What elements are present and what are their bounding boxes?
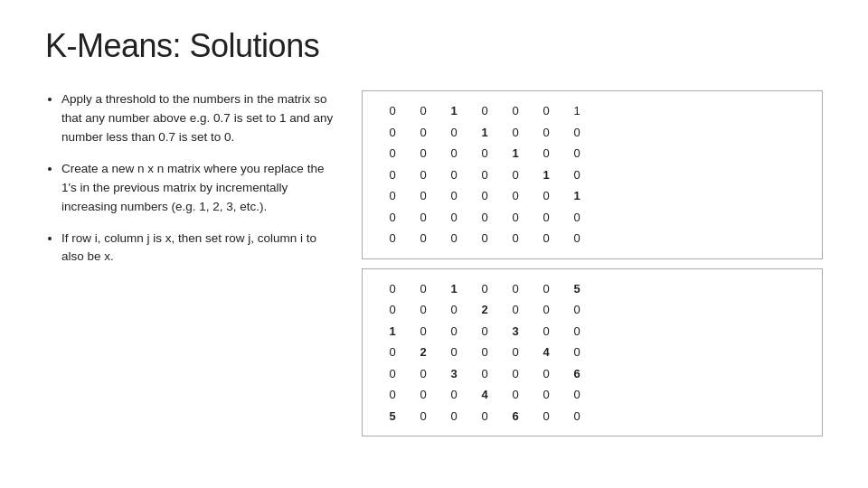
matrix-cell: 5 xyxy=(377,406,408,427)
matrix-cell: 0 xyxy=(500,122,531,144)
table-row: 0000000 xyxy=(377,228,592,249)
matrix-cell: 0 xyxy=(408,122,439,144)
matrix-cell: 0 xyxy=(500,100,531,122)
matrix-cell: 0 xyxy=(531,207,561,229)
matrix-cell: 0 xyxy=(377,207,408,229)
matrix-cell: 0 xyxy=(408,207,439,229)
table-row: 0000001 xyxy=(377,185,592,207)
matrix-cell: 0 xyxy=(408,363,439,385)
table-row: 0002000 xyxy=(377,299,592,321)
matrix-cell: 0 xyxy=(377,100,408,122)
matrix-cell: 0 xyxy=(377,185,408,207)
matrix-cell: 6 xyxy=(500,406,531,427)
matrix-cell: 0 xyxy=(439,321,469,343)
matrix-cell: 0 xyxy=(561,228,592,249)
table-row: 1000300 xyxy=(377,321,592,343)
matrix-cell: 0 xyxy=(500,342,531,363)
bullet-item: Create a new n x n matrix where you repl… xyxy=(61,160,335,217)
table-row: 0030006 xyxy=(377,363,592,385)
matrix-cell: 0 xyxy=(408,406,439,427)
matrix-cell: 0 xyxy=(531,228,561,249)
matrix-cell: 0 xyxy=(377,164,408,186)
matrix-cell: 0 xyxy=(377,384,408,406)
matrix-cell: 1 xyxy=(531,164,561,186)
matrix-cell: 1 xyxy=(377,321,408,343)
table-row: 5000600 xyxy=(377,406,592,427)
matrix-cell: 0 xyxy=(469,342,500,363)
matrix-cell: 0 xyxy=(377,363,408,385)
matrix-cell: 5 xyxy=(561,278,592,300)
matrix-cell: 0 xyxy=(561,299,592,321)
matrix-cell: 0 xyxy=(500,363,531,385)
content-area: Apply a threshold to the numbers in the … xyxy=(45,90,823,436)
matrix-cell: 0 xyxy=(500,228,531,249)
matrix-cell: 0 xyxy=(531,185,561,207)
matrix-cell: 0 xyxy=(408,299,439,321)
matrix-cell: 0 xyxy=(377,278,408,300)
table-row: 0010001 xyxy=(377,100,592,122)
matrix-cell: 0 xyxy=(531,363,561,385)
matrix-cell: 0 xyxy=(439,384,469,406)
matrix-cell: 0 xyxy=(408,100,439,122)
bullet-item: Apply a threshold to the numbers in the … xyxy=(61,90,335,147)
matrix-cell: 0 xyxy=(561,342,592,363)
matrix-cell: 6 xyxy=(561,363,592,385)
matrix-cell: 0 xyxy=(377,122,408,144)
matrix-cell: 0 xyxy=(500,185,531,207)
matrix-cell: 0 xyxy=(469,278,500,300)
matrix-cell: 0 xyxy=(469,164,500,186)
matrix-cell: 1 xyxy=(439,278,469,300)
matrix-cell: 2 xyxy=(469,299,500,321)
bullet-list: Apply a threshold to the numbers in the … xyxy=(45,90,335,279)
matrix-cell: 2 xyxy=(408,342,439,363)
bullet-item: If row i, column j is x, then set row j,… xyxy=(61,230,335,267)
page: K-Means: Solutions Apply a threshold to … xyxy=(0,0,868,488)
matrix1-table: 0010001000100000001000000010000000100000… xyxy=(377,100,592,249)
matrix-cell: 0 xyxy=(531,143,561,164)
matrix-cell: 0 xyxy=(439,342,469,363)
matrix-cell: 0 xyxy=(439,122,469,144)
matrix-cell: 0 xyxy=(469,406,500,427)
table-row: 0000000 xyxy=(377,207,592,229)
matrix-cell: 0 xyxy=(469,228,500,249)
matrix2-table: 0010005000200010003000200040003000600040… xyxy=(377,278,592,427)
matrix-cell: 0 xyxy=(439,164,469,186)
matrix-cell: 0 xyxy=(561,384,592,406)
matrix-cell: 0 xyxy=(408,185,439,207)
matrix-cell: 0 xyxy=(377,342,408,363)
matrix-cell: 1 xyxy=(469,122,500,144)
table-row: 0001000 xyxy=(377,122,592,144)
matrix-cell: 0 xyxy=(408,278,439,300)
matrix-cell: 0 xyxy=(377,228,408,249)
matrix-cell: 4 xyxy=(469,384,500,406)
matrix-cell: 0 xyxy=(561,321,592,343)
matrix-cell: 1 xyxy=(500,143,531,164)
matrix-cell: 0 xyxy=(469,185,500,207)
matrix-cell: 0 xyxy=(469,321,500,343)
matrix-cell: 0 xyxy=(531,278,561,300)
matrix-cell: 0 xyxy=(469,207,500,229)
matrix2-box: 0010005000200010003000200040003000600040… xyxy=(362,268,823,437)
matrix-cell: 0 xyxy=(408,321,439,343)
matrix-cell: 0 xyxy=(408,384,439,406)
matrix-cell: 0 xyxy=(531,321,561,343)
matrix-cell: 0 xyxy=(377,299,408,321)
matrix-cell: 1 xyxy=(561,100,592,122)
table-row: 0004000 xyxy=(377,384,592,406)
matrix-cell: 0 xyxy=(377,143,408,164)
table-row: 0000010 xyxy=(377,164,592,186)
matrix-cell: 0 xyxy=(439,406,469,427)
matrix-cell: 0 xyxy=(531,384,561,406)
matrix-cell: 0 xyxy=(439,207,469,229)
table-row: 0010005 xyxy=(377,278,592,300)
matrix-cell: 0 xyxy=(439,143,469,164)
matrix-cell: 0 xyxy=(531,299,561,321)
matrix-cell: 0 xyxy=(439,299,469,321)
page-title: K-Means: Solutions xyxy=(45,27,823,65)
matrix-cell: 0 xyxy=(500,299,531,321)
matrix-cell: 0 xyxy=(439,185,469,207)
matrix-cell: 0 xyxy=(408,228,439,249)
matrix-cell: 0 xyxy=(531,406,561,427)
matrix-cell: 0 xyxy=(439,228,469,249)
matrix-cell: 0 xyxy=(408,164,439,186)
